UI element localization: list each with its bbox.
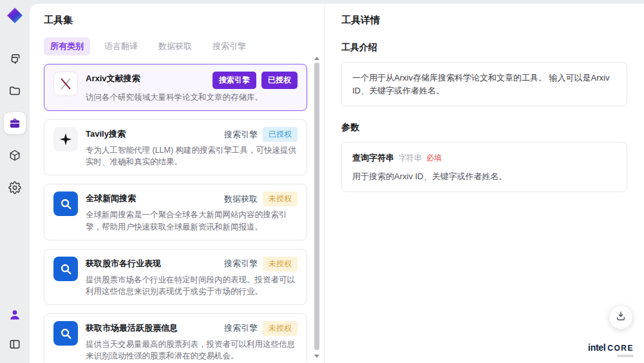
tool-card-3[interactable]: 获取股市各行业表现搜索引擎未授权提供股票市场各个行业在特定时间段内的表现。投资者…: [44, 249, 307, 305]
category-label: 搜索引擎: [224, 258, 258, 270]
rail-item-folder[interactable]: [4, 80, 26, 102]
main-surface: 工具集 所有类别语言翻译数据获取搜索引擎 Arxiv文献搜索搜索引擎已授权访问各…: [30, 4, 644, 363]
auth-status-badge: 已授权: [263, 127, 298, 142]
rail-item-toolbox[interactable]: [4, 112, 26, 134]
tool-card-1[interactable]: Tavily搜索搜索引擎已授权专为人工智能代理 (LLM) 构建的搜索引擎工具，…: [44, 119, 307, 175]
tool-list: Arxiv文献搜索搜索引擎已授权访问各个研究领域大量科学论文和文章的存储库。Ta…: [44, 64, 324, 362]
blue-search-icon: [53, 191, 78, 216]
intel-core-sub-badge: [617, 355, 634, 357]
page-title: 工具集: [44, 14, 324, 26]
rail-item-gear[interactable]: [4, 177, 26, 199]
rail-item-cube[interactable]: [4, 144, 26, 166]
tool-intro-box: 一个用于从Arxiv存储库搜索科学论文和文章的工具。 输入可以是Arxiv ID…: [341, 62, 627, 106]
scrollbar[interactable]: [314, 57, 319, 358]
rail-item-panel-toggle[interactable]: [4, 333, 26, 355]
category-label: 搜索引擎: [224, 129, 258, 141]
toolbox-icon: [8, 117, 21, 130]
tool-badges: 搜索引擎未授权: [224, 257, 298, 271]
param-type: 字符串: [399, 152, 422, 164]
category-badge: 搜索引擎: [213, 72, 256, 89]
icon-rail: [0, 0, 30, 363]
intel-wordmark: intel: [588, 342, 605, 353]
category-label: 搜索引擎: [224, 322, 258, 334]
core-wordmark: CORE: [607, 344, 634, 353]
tool-card-4[interactable]: 获取市场最活跃股票信息搜索引擎未授权提供当天交易量最高的股票列表，投资者可以利用…: [44, 313, 307, 362]
scrollbar-up-arrow[interactable]: [314, 57, 319, 60]
tool-badges: 数据获取未授权: [224, 191, 298, 206]
auth-status-badge: 已授权: [261, 72, 298, 89]
intro-section-title: 工具介绍: [341, 42, 627, 54]
tool-name: 全球新闻搜索: [86, 191, 136, 204]
tool-name: 获取股市各行业表现: [86, 257, 161, 270]
gear-icon: [8, 181, 21, 194]
rail-nav: [4, 48, 26, 199]
folder-icon: [8, 84, 21, 97]
detail-title: 工具详情: [341, 14, 627, 26]
tool-description: 专为人工智能代理 (LLM) 构建的搜索引擎工具，可快速提供实时、准确和真实的结…: [86, 144, 298, 168]
tool-detail-pane: 工具详情 工具介绍 一个用于从Arxiv存储库搜索科学论文和文章的工具。 输入可…: [325, 4, 644, 363]
tool-list-pane: 工具集 所有类别语言翻译数据获取搜索引擎 Arxiv文献搜索搜索引擎已授权访问各…: [30, 4, 325, 363]
tab-category-3[interactable]: 搜索引擎: [206, 37, 252, 55]
scrollbar-down-arrow[interactable]: [314, 355, 319, 358]
category-tabs: 所有类别语言翻译数据获取搜索引擎: [44, 37, 324, 55]
blue-search-icon: [53, 321, 78, 346]
app-gem-logo-icon: [7, 8, 23, 23]
auth-status-badge: 未授权: [263, 257, 298, 271]
arxiv-x-icon: [53, 72, 78, 96]
tool-name: Arxiv文献搜索: [86, 72, 140, 84]
tool-description: 访问各个研究领域大量科学论文和文章的存储库。: [86, 92, 298, 103]
cube-icon: [8, 149, 21, 162]
tool-badges: 搜索引擎已授权: [213, 72, 298, 89]
chat-icon: [8, 52, 21, 65]
params-section-title: 参数: [341, 122, 627, 133]
user-icon: [8, 308, 21, 321]
rail-item-user[interactable]: [4, 304, 26, 326]
panel-toggle-icon: [8, 338, 21, 351]
param-header: 查询字符串 字符串 必填: [352, 152, 616, 164]
blue-search-icon: [53, 257, 78, 281]
tool-name: 获取市场最活跃股票信息: [86, 321, 178, 334]
tool-badges: 搜索引擎已授权: [224, 127, 298, 142]
auth-status-badge: 未授权: [263, 321, 298, 336]
tool-intro-text: 一个用于从Arxiv存储库搜索科学论文和文章的工具。 输入可以是Arxiv ID…: [352, 73, 609, 95]
scrollbar-thumb[interactable]: [314, 63, 319, 350]
download-icon: [615, 310, 627, 324]
download-button[interactable]: [609, 305, 633, 329]
tool-card-2[interactable]: 全球新闻搜索数据获取未授权全球新闻搜索是一个聚合全球各大新闻网站内容的搜索引擎，…: [44, 184, 307, 240]
auth-status-badge: 未授权: [263, 191, 298, 206]
tool-card-0[interactable]: Arxiv文献搜索搜索引擎已授权访问各个研究领域大量科学论文和文章的存储库。: [44, 64, 307, 111]
intel-core-logo: intel CORE: [588, 342, 634, 353]
tool-description: 提供股票市场各个行业在特定时间段内的表现。投资者可以利用这些信息来识别表现优于或…: [86, 274, 298, 297]
tool-name: Tavily搜索: [86, 127, 126, 140]
param-name: 查询字符串: [352, 152, 394, 164]
rail-item-chat[interactable]: [4, 48, 26, 70]
tool-badges: 搜索引擎未授权: [224, 321, 298, 336]
tool-description: 全球新闻搜索是一个聚合全球各大新闻网站内容的搜索引擎，帮助用户快速获取全球最新资…: [86, 209, 298, 232]
tavily-star-icon: [53, 127, 78, 152]
tab-category-1[interactable]: 语言翻译: [98, 37, 144, 55]
param-description: 用于搜索的Arxiv ID、关键字或作者姓名。: [352, 170, 616, 183]
param-required-badge: 必填: [426, 152, 442, 164]
tab-category-0[interactable]: 所有类别: [44, 37, 90, 55]
category-label: 数据获取: [224, 193, 258, 205]
rail-bottom: [4, 304, 26, 355]
tab-category-2[interactable]: 数据获取: [152, 37, 198, 55]
tool-description: 提供当天交易量最高的股票列表，投资者可以利用这些信息来识别流动性强的股票和潜在的…: [86, 338, 298, 362]
param-box: 查询字符串 字符串 必填 用于搜索的Arxiv ID、关键字或作者姓名。: [341, 142, 627, 192]
